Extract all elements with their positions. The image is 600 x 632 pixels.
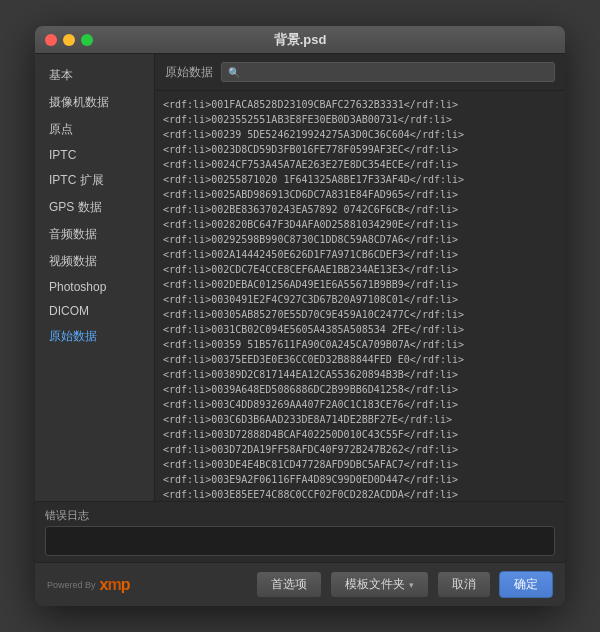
data-line: <rdf:li>002DEBAC01256AD49E1E6A55671B9BB9… bbox=[163, 277, 557, 292]
footer: Powered By xmp 首选项 模板文件夹 ▾ 取消 确定 bbox=[35, 562, 565, 606]
sidebar-item[interactable]: IPTC bbox=[35, 143, 154, 167]
error-label: 错误日志 bbox=[45, 508, 555, 523]
data-line: <rdf:li>00359 51B57611FA90C0A245CA709B07… bbox=[163, 337, 557, 352]
confirm-button[interactable]: 确定 bbox=[499, 571, 553, 598]
data-line: <rdf:li>003E9A2F06116FFA4D89C99D0ED0D447… bbox=[163, 472, 557, 487]
close-button[interactable] bbox=[45, 34, 57, 46]
template-label: 模板文件夹 bbox=[345, 576, 405, 593]
data-line: <rdf:li>001FACA8528D23109CBAFC27632B3331… bbox=[163, 97, 557, 112]
data-line: <rdf:li>0024CF753A45A7AE263E27E8DC354ECE… bbox=[163, 157, 557, 172]
xmp-p: p bbox=[121, 576, 130, 593]
title-bar: 背景.psd bbox=[35, 26, 565, 54]
data-line: <rdf:li>003DE4E4BC81CD47728AFD9DBC5AFAC7… bbox=[163, 457, 557, 472]
sidebar-item[interactable]: Photoshop bbox=[35, 275, 154, 299]
sidebar-item[interactable]: 音频数据 bbox=[35, 221, 154, 248]
main-content: 基本摄像机数据原点IPTCIPTC 扩展GPS 数据音频数据视频数据Photos… bbox=[35, 54, 565, 501]
footer-left: Powered By xmp bbox=[47, 576, 129, 594]
data-line: <rdf:li>002820BC647F3D4AFA0D25881034290E… bbox=[163, 217, 557, 232]
panel-label: 原始数据 bbox=[165, 64, 213, 81]
minimize-button[interactable] bbox=[63, 34, 75, 46]
data-line: <rdf:li>00375EED3E0E36CC0ED32B88844FED E… bbox=[163, 352, 557, 367]
xmp-m: m bbox=[107, 576, 120, 593]
main-window: 背景.psd 基本摄像机数据原点IPTCIPTC 扩展GPS 数据音频数据视频数… bbox=[35, 26, 565, 606]
data-line: <rdf:li>003E85EE74C88C0CCF02F0CD282ACDDA… bbox=[163, 487, 557, 501]
sidebar-item[interactable]: DICOM bbox=[35, 299, 154, 323]
data-line: <rdf:li>00389D2C817144EA12CA553620894B3B… bbox=[163, 367, 557, 382]
right-panel: 原始数据 🔍 <rdf:li>001FACA8528D23109CBAFC276… bbox=[155, 54, 565, 501]
error-section: 错误日志 bbox=[35, 501, 565, 562]
data-line: <rdf:li>002BE836370243EA57892 0742C6F6CB… bbox=[163, 202, 557, 217]
sidebar-item[interactable]: IPTC 扩展 bbox=[35, 167, 154, 194]
sidebar-item[interactable]: 基本 bbox=[35, 62, 154, 89]
data-line: <rdf:li>00292598B990C8730C1DD8C59A8CD7A6… bbox=[163, 232, 557, 247]
chevron-down-icon: ▾ bbox=[409, 580, 414, 590]
data-line: <rdf:li>00239 5DE5246219924275A3D0C36C60… bbox=[163, 127, 557, 142]
sidebar-item[interactable]: 原始数据 bbox=[35, 323, 154, 350]
search-input[interactable] bbox=[243, 66, 548, 78]
data-line: <rdf:li>00255871020 1F641325A8BE17F33AF4… bbox=[163, 172, 557, 187]
powered-by-label: Powered By bbox=[47, 580, 96, 590]
prefs-button[interactable]: 首选项 bbox=[256, 571, 322, 598]
sidebar-item[interactable]: 原点 bbox=[35, 116, 154, 143]
maximize-button[interactable] bbox=[81, 34, 93, 46]
cancel-button[interactable]: 取消 bbox=[437, 571, 491, 598]
sidebar-item[interactable]: 摄像机数据 bbox=[35, 89, 154, 116]
data-line: <rdf:li>002A14442450E626D1F7A971CB6CDEF3… bbox=[163, 247, 557, 262]
xmp-logo: xmp bbox=[100, 576, 130, 594]
data-line: <rdf:li>0031CB02C094E5605A4385A508534 2F… bbox=[163, 322, 557, 337]
data-line: <rdf:li>0023D8CD59D3FB016FE778F0599AF3EC… bbox=[163, 142, 557, 157]
sidebar: 基本摄像机数据原点IPTCIPTC 扩展GPS 数据音频数据视频数据Photos… bbox=[35, 54, 155, 501]
error-box bbox=[45, 526, 555, 556]
sidebar-item[interactable]: GPS 数据 bbox=[35, 194, 154, 221]
template-button[interactable]: 模板文件夹 ▾ bbox=[330, 571, 429, 598]
data-line: <rdf:li>003C6D3B6AAD233DE8A714DE2BBF27E<… bbox=[163, 412, 557, 427]
window-controls bbox=[45, 34, 93, 46]
data-line: <rdf:li>003D72DA19FF58AFDC40F972B247B262… bbox=[163, 442, 557, 457]
data-line: <rdf:li>002CDC7E4CCE8CEF6AAE1BB234AE13E3… bbox=[163, 262, 557, 277]
sidebar-item[interactable]: 视频数据 bbox=[35, 248, 154, 275]
data-line: <rdf:li>0039A648ED5086886DC2B99BB6D41258… bbox=[163, 382, 557, 397]
data-line: <rdf:li>0025ABD986913CD6DC7A831E84FAD965… bbox=[163, 187, 557, 202]
panel-header: 原始数据 🔍 bbox=[155, 54, 565, 91]
window-title: 背景.psd bbox=[274, 31, 327, 49]
data-line: <rdf:li>00305AB85270E55D70C9E459A10C2477… bbox=[163, 307, 557, 322]
data-line: <rdf:li>0023552551AB3E8FE30EB0D3AB00731<… bbox=[163, 112, 557, 127]
footer-buttons: 首选项 模板文件夹 ▾ 取消 确定 bbox=[256, 571, 553, 598]
data-line: <rdf:li>0030491E2F4C927C3D67B20A97108C01… bbox=[163, 292, 557, 307]
data-line: <rdf:li>003D72888D4BCAF402250D010C43C55F… bbox=[163, 427, 557, 442]
search-icon: 🔍 bbox=[228, 67, 240, 78]
search-box[interactable]: 🔍 bbox=[221, 62, 555, 82]
data-content[interactable]: <rdf:li>001FACA8528D23109CBAFC27632B3331… bbox=[155, 91, 565, 501]
data-line: <rdf:li>003C4DD893269AA407F2A0C1C183CE76… bbox=[163, 397, 557, 412]
